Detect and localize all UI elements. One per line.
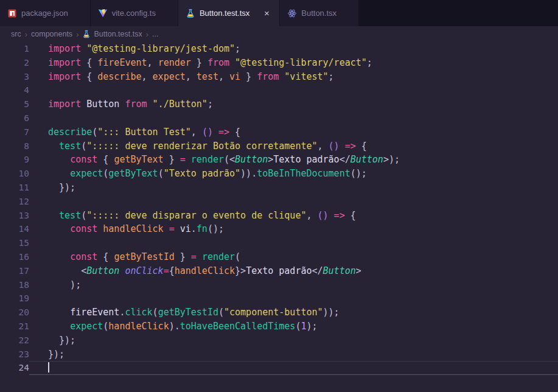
code-line-5[interactable]: 5import Button from "./Button";	[0, 97, 558, 111]
code-line-11[interactable]: 11 });	[0, 181, 558, 195]
line-number: 20	[0, 306, 29, 320]
code-token: ,	[306, 210, 317, 221]
code-token	[97, 223, 103, 234]
code-line-6[interactable]: 6	[0, 111, 558, 125]
code-token: onClick	[125, 265, 163, 276]
code-token: </	[340, 154, 350, 165]
code-token	[329, 210, 334, 221]
tab-button-tsx[interactable]: Button.tsx	[280, 0, 358, 26]
line-content: const handleClick = vi.fn();	[29, 222, 558, 236]
line-number: 23	[0, 348, 29, 362]
code-token: (	[235, 251, 240, 262]
code-line-16[interactable]: 16 const { getByTestId } = render(	[0, 250, 558, 264]
code-line-20[interactable]: 20 fireEvent.click(getByTestId("componen…	[0, 306, 558, 320]
code-token	[229, 57, 235, 68]
code-token	[175, 223, 180, 234]
breadcrumb-item--[interactable]: ...	[152, 30, 158, 38]
code-token: (	[92, 127, 97, 138]
line-number: 10	[0, 167, 29, 181]
code-token: }	[164, 154, 180, 165]
breadcrumb-item-button-test-tsx[interactable]: Button.test.tsx	[82, 30, 142, 38]
line-number: 24	[0, 361, 29, 375]
code-line-19[interactable]: 19	[0, 292, 558, 306]
tab-button-test-tsx[interactable]: Button.test.tsx×	[178, 0, 279, 26]
code-line-8[interactable]: 8 test("::::: deve renderizar Botão corr…	[0, 139, 558, 153]
code-line-18[interactable]: 18 );	[0, 278, 558, 292]
code-token	[48, 210, 59, 221]
breadcrumb-label: src	[11, 30, 21, 38]
code-line-4[interactable]: 4	[0, 83, 558, 97]
code-token: const	[70, 223, 97, 234]
code-token: =	[169, 223, 175, 234]
code-token	[186, 154, 191, 165]
code-token: ()	[318, 210, 329, 221]
code-token: ,	[186, 71, 197, 82]
code-token: (<	[224, 154, 235, 165]
code-line-10[interactable]: 10 expect(getByText("Texto padrão")).toB…	[0, 167, 558, 181]
line-number: 5	[0, 97, 29, 111]
code-token: ()	[329, 141, 340, 152]
tab-package-json[interactable]: package.json	[0, 0, 90, 26]
code-line-9[interactable]: 9 const { getByText } = render(<Button>T…	[0, 153, 558, 167]
line-number: 3	[0, 70, 29, 84]
breadcrumb-separator: ›	[24, 30, 28, 39]
code-token: vi	[229, 71, 240, 82]
line-number: 14	[0, 222, 29, 236]
line-content: });	[29, 181, 558, 195]
code-token: {	[97, 251, 114, 262]
code-token: const	[70, 154, 97, 165]
code-token: ();	[208, 223, 224, 234]
code-token: {	[229, 127, 240, 138]
code-line-15[interactable]: 15	[0, 236, 558, 250]
code-token: "::: Button Test"	[97, 127, 191, 138]
line-number: 17	[0, 264, 29, 278]
line-number: 19	[0, 292, 29, 306]
code-token: Texto padrão	[246, 265, 312, 276]
code-line-24[interactable]: 24	[0, 361, 558, 375]
code-line-7[interactable]: 7describe("::: Button Test", () => {	[0, 125, 558, 139]
code-token: ;	[329, 71, 334, 82]
code-line-21[interactable]: 21 expect(handleClick).toHaveBeenCalledT…	[0, 320, 558, 334]
code-line-17[interactable]: 17 <Button onClick={handleClick}>Texto p…	[0, 264, 558, 278]
code-token: ;	[235, 43, 240, 54]
code-line-13[interactable]: 13 test("::::: deve disparar o evento de…	[0, 209, 558, 223]
code-token: ,	[318, 141, 329, 152]
line-content	[29, 195, 558, 209]
tab-vite-config-ts[interactable]: vite.config.ts	[91, 0, 178, 26]
code-line-14[interactable]: 14 const handleClick = vi.fn();	[0, 222, 558, 236]
code-token: const	[70, 251, 97, 262]
code-token: import	[48, 43, 81, 54]
breadcrumb-item-src[interactable]: src	[11, 30, 21, 38]
code-token: ,	[142, 71, 153, 82]
code-token: import	[48, 71, 81, 82]
code-token: getByTestId	[158, 307, 218, 318]
line-number: 4	[0, 83, 29, 97]
code-line-22[interactable]: 22 });	[0, 334, 558, 348]
code-editor[interactable]: 1import "@testing-library/jest-dom";2imp…	[0, 42, 558, 375]
close-tab-icon[interactable]: ×	[261, 8, 272, 19]
code-line-2[interactable]: 2import { fireEvent, render } from "@tes…	[0, 56, 558, 70]
code-line-23[interactable]: 23});	[0, 348, 558, 362]
breadcrumb-item-components[interactable]: components	[31, 30, 72, 38]
code-token: =	[164, 265, 169, 276]
line-number: 21	[0, 320, 29, 334]
code-token: getByTestId	[114, 251, 174, 262]
code-token: render	[202, 251, 235, 262]
code-token: "@testing-library/jest-dom"	[86, 43, 235, 54]
code-token: getByText	[114, 154, 163, 165]
code-token: handleClick	[108, 321, 169, 332]
code-token: =>	[345, 141, 356, 152]
code-token: ,	[147, 57, 158, 68]
code-line-12[interactable]: 12	[0, 195, 558, 209]
breadcrumb[interactable]: src›components›Button.test.tsx›...	[0, 26, 558, 42]
breadcrumb-label: Button.test.tsx	[94, 30, 142, 38]
line-content: const { getByText } = render(<Button>Tex…	[29, 153, 558, 167]
code-line-1[interactable]: 1import "@testing-library/jest-dom";	[0, 42, 558, 56]
code-line-3[interactable]: 3import { describe, expect, test, vi } f…	[0, 70, 558, 84]
code-token: expect	[70, 168, 103, 179]
code-token: (	[103, 321, 108, 332]
code-token: {	[97, 154, 114, 165]
line-content: fireEvent.click(getByTestId("component-b…	[29, 306, 558, 320]
code-token: "./Button"	[153, 99, 208, 110]
code-token	[197, 251, 202, 262]
